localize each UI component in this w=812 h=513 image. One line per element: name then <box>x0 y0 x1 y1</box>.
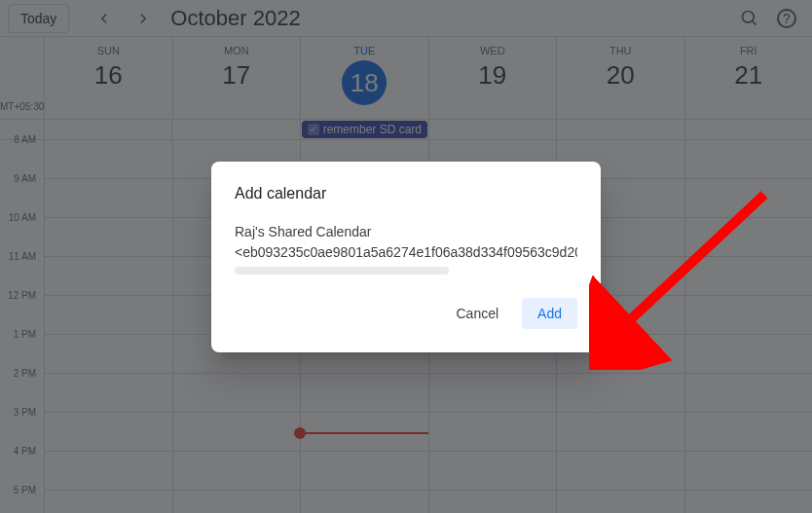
dialog-actions: Cancel Add <box>235 298 577 329</box>
cancel-button[interactable]: Cancel <box>440 298 514 329</box>
modal-overlay[interactable]: Add calendar Raj's Shared Calendar <eb09… <box>0 0 812 513</box>
dialog-title: Add calendar <box>235 185 577 202</box>
add-button[interactable]: Add <box>522 298 577 329</box>
underline <box>235 267 449 275</box>
calendar-name: Raj's Shared Calendar <box>235 222 577 242</box>
add-calendar-dialog: Add calendar Raj's Shared Calendar <eb09… <box>211 162 601 352</box>
calendar-id: <eb093235c0ae9801a5a6274e1f06a38d334f095… <box>235 242 577 263</box>
dialog-body: Raj's Shared Calendar <eb093235c0ae9801a… <box>235 222 577 275</box>
calendar-app: Today October 2022 ? MT+05:30 SUN 16 MON… <box>0 0 812 513</box>
